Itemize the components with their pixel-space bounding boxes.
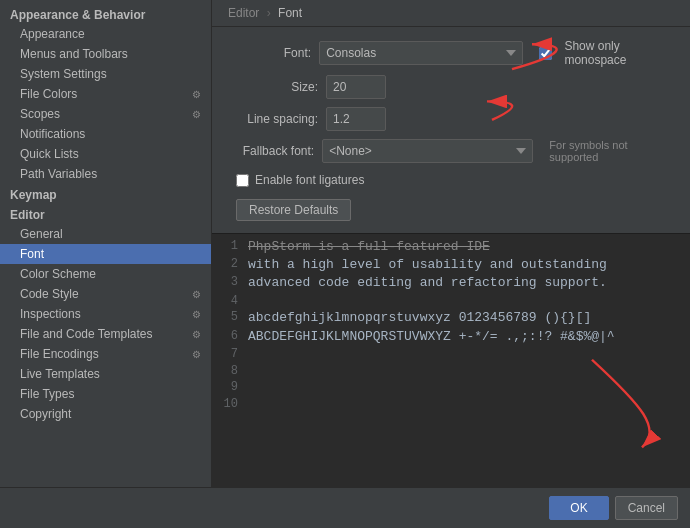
restore-defaults-row: Restore Defaults <box>228 195 674 221</box>
sidebar-item-file-types[interactable]: File Types <box>0 384 211 404</box>
sidebar-item-copyright[interactable]: Copyright <box>0 404 211 424</box>
line-number: 7 <box>220 346 238 363</box>
line-number: 6 <box>220 328 238 346</box>
ok-button[interactable]: OK <box>549 496 608 520</box>
preview-line: 3advanced code editing and refactoring s… <box>220 274 682 292</box>
preview-line: 9 <box>220 379 682 396</box>
fallback-font-select[interactable]: <None> <box>322 139 533 163</box>
sidebar-item-label-code-style: Code Style <box>20 287 79 301</box>
sidebar-item-label-file-types: File Types <box>20 387 74 401</box>
breadcrumb-parent: Editor <box>228 6 259 20</box>
ligatures-checkbox[interactable] <box>236 174 249 187</box>
line-number: 5 <box>220 309 238 327</box>
sidebar-item-menus-toolbars[interactable]: Menus and Toolbars <box>0 44 211 64</box>
sidebar-item-label-file-and-code-templates: File and Code Templates <box>20 327 153 341</box>
sidebar-item-scopes[interactable]: Scopes <box>0 104 211 124</box>
line-content: abcdefghijklmnopqrstuvwxyz 0123456789 ()… <box>248 309 591 327</box>
sidebar-item-live-templates[interactable]: Live Templates <box>0 364 211 384</box>
sidebar: Appearance & BehaviorAppearanceMenus and… <box>0 0 212 487</box>
size-label: Size: <box>228 80 318 94</box>
cancel-button[interactable]: Cancel <box>615 496 678 520</box>
preview-line: 2with a high level of usability and outs… <box>220 256 682 274</box>
line-number: 3 <box>220 274 238 292</box>
show-monospace-checkbox[interactable] <box>539 47 552 60</box>
font-select[interactable]: ConsolasCourier NewMonacoMenloDejaVu San… <box>319 41 523 65</box>
line-content: ABCDEFGHIJKLMNOPQRSTUVWXYZ +-*/= .,;:!? … <box>248 328 615 346</box>
restore-defaults-button[interactable]: Restore Defaults <box>236 199 351 221</box>
line-spacing-label: Line spacing: <box>228 112 318 126</box>
line-number: 1 <box>220 238 238 256</box>
font-label: Font: <box>228 46 311 60</box>
line-number: 4 <box>220 293 238 310</box>
size-row: Size: <box>228 75 674 99</box>
sidebar-item-appearance[interactable]: Appearance <box>0 24 211 44</box>
line-number: 9 <box>220 379 238 396</box>
sidebar-item-label-path-variables: Path Variables <box>20 167 97 181</box>
sidebar-section-appearance-&-behavior: Appearance & Behavior <box>0 4 211 24</box>
font-row: Font: ConsolasCourier NewMonacoMenloDeja… <box>228 39 674 67</box>
sidebar-item-font[interactable]: Font <box>0 244 211 264</box>
fallback-font-row: Fallback font: <None> For symbols not su… <box>228 139 674 163</box>
fallback-font-label: Fallback font: <box>228 144 314 158</box>
preview-line: 8 <box>220 363 682 380</box>
sidebar-item-label-copyright: Copyright <box>20 407 71 421</box>
preview-line: 1PhpStorm is a full-featured IDE <box>220 238 682 256</box>
sidebar-item-label-live-templates: Live Templates <box>20 367 100 381</box>
sidebar-item-inspections[interactable]: Inspections <box>0 304 211 324</box>
sidebar-item-label-scopes: Scopes <box>20 107 60 121</box>
show-monospace-row: Show only monospace <box>539 39 674 67</box>
sidebar-item-file-and-code-templates[interactable]: File and Code Templates <box>0 324 211 344</box>
main-content: Font: ConsolasCourier NewMonacoMenloDeja… <box>212 27 690 487</box>
sidebar-section-editor: Editor <box>0 204 211 224</box>
sidebar-item-label-general: General <box>20 227 63 241</box>
sidebar-item-label-file-colors: File Colors <box>20 87 77 101</box>
line-number: 2 <box>220 256 238 274</box>
content-wrapper: Editor › Font Font: ConsolasCourier NewM… <box>212 0 690 487</box>
sidebar-item-label-color-scheme: Color Scheme <box>20 267 96 281</box>
sidebar-item-label-notifications: Notifications <box>20 127 85 141</box>
sidebar-item-notifications[interactable]: Notifications <box>0 124 211 144</box>
sidebar-item-label-quick-lists: Quick Lists <box>20 147 79 161</box>
line-content: with a high level of usability and outst… <box>248 256 607 274</box>
sidebar-item-color-scheme[interactable]: Color Scheme <box>0 264 211 284</box>
preview-area: 1PhpStorm is a full-featured IDE2with a … <box>212 233 690 487</box>
sidebar-item-label-file-encodings: File Encodings <box>20 347 99 361</box>
ligatures-row: Enable font ligatures <box>228 173 674 187</box>
dialog-body: Appearance & BehaviorAppearanceMenus and… <box>0 0 690 487</box>
sidebar-item-file-colors[interactable]: File Colors <box>0 84 211 104</box>
breadcrumb: Editor › Font <box>212 0 690 27</box>
sidebar-item-label-appearance: Appearance <box>20 27 85 41</box>
preview-line: 4 <box>220 293 682 310</box>
preview-line: 7 <box>220 346 682 363</box>
fallback-font-hint: For symbols not supported <box>549 139 674 163</box>
line-number: 8 <box>220 363 238 380</box>
settings-dialog: Appearance & BehaviorAppearanceMenus and… <box>0 0 690 528</box>
sidebar-item-system-settings[interactable]: System Settings <box>0 64 211 84</box>
sidebar-item-file-encodings[interactable]: File Encodings <box>0 344 211 364</box>
breadcrumb-separator: › <box>267 6 271 20</box>
sidebar-item-code-style[interactable]: Code Style <box>0 284 211 304</box>
form-area: Font: ConsolasCourier NewMonacoMenloDeja… <box>212 27 690 233</box>
sidebar-item-general[interactable]: General <box>0 224 211 244</box>
ligatures-label: Enable font ligatures <box>255 173 364 187</box>
sidebar-item-label-inspections: Inspections <box>20 307 81 321</box>
sidebar-item-label-font: Font <box>20 247 44 261</box>
sidebar-item-label-menus-toolbars: Menus and Toolbars <box>20 47 128 61</box>
line-spacing-input[interactable] <box>326 107 386 131</box>
size-input[interactable] <box>326 75 386 99</box>
line-content: advanced code editing and refactoring su… <box>248 274 607 292</box>
sidebar-item-quick-lists[interactable]: Quick Lists <box>0 144 211 164</box>
sidebar-item-path-variables[interactable]: Path Variables <box>0 164 211 184</box>
breadcrumb-current: Font <box>278 6 302 20</box>
show-monospace-label: Show only monospace <box>564 39 674 67</box>
line-number: 10 <box>220 396 238 413</box>
dialog-footer: OK Cancel <box>0 487 690 528</box>
preview-line: 6ABCDEFGHIJKLMNOPQRSTUVWXYZ +-*/= .,;:!?… <box>220 328 682 346</box>
line-content: PhpStorm is a full-featured IDE <box>248 238 490 256</box>
sidebar-section-keymap: Keymap <box>0 184 211 204</box>
preview-line: 10 <box>220 396 682 413</box>
line-spacing-row: Line spacing: <box>228 107 674 131</box>
preview-line: 5abcdefghijklmnopqrstuvwxyz 0123456789 (… <box>220 309 682 327</box>
sidebar-item-label-system-settings: System Settings <box>20 67 107 81</box>
